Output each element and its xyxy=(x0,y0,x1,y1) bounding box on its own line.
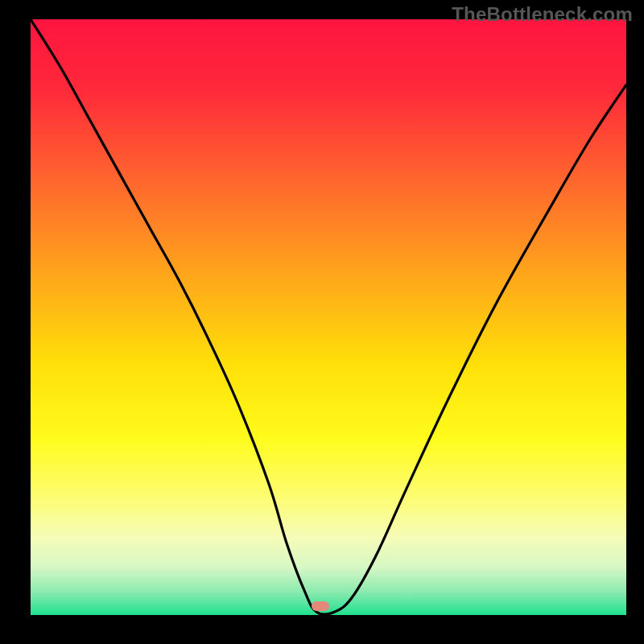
watermark-text: TheBottleneck.com xyxy=(452,3,633,26)
plot-area xyxy=(31,19,626,615)
chart-frame: TheBottleneck.com xyxy=(0,0,644,644)
minimum-marker xyxy=(312,601,329,611)
curve-layer xyxy=(31,19,626,615)
bottleneck-curve xyxy=(31,19,626,614)
